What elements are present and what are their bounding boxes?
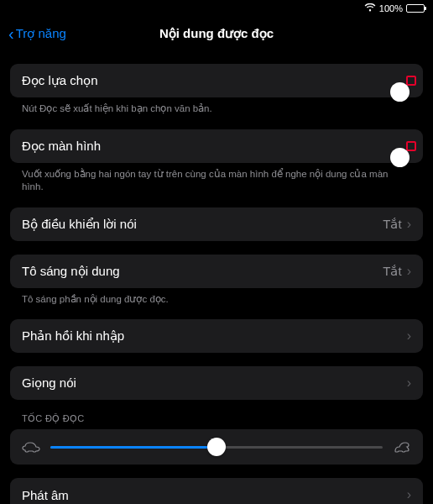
highlight-content-desc: Tô sáng phần nội dung được đọc. xyxy=(10,288,423,307)
speech-controller-value: Tắt xyxy=(383,217,401,232)
nav-bar: ‹ Trợ năng Nội dung được đọc xyxy=(0,17,433,50)
status-bar: 100% xyxy=(0,0,433,17)
speed-header: TỐC ĐỘ ĐỌC xyxy=(10,413,423,429)
speech-controller-label: Bộ điều khiển lời nói xyxy=(22,217,137,232)
chevron-right-icon: › xyxy=(407,217,411,232)
typing-feedback-row[interactable]: Phản hồi khi nhập › xyxy=(10,319,423,353)
tortoise-icon xyxy=(22,441,40,453)
speak-selection-desc: Nút Đọc sẽ xuất hiện khi bạn chọn văn bả… xyxy=(10,97,423,116)
speaking-rate-slider[interactable] xyxy=(50,446,383,449)
speak-screen-desc: Vuốt xuống bằng hai ngón tay từ trên cùn… xyxy=(10,163,423,194)
typing-feedback-label: Phản hồi khi nhập xyxy=(22,328,124,344)
pronunciation-row[interactable]: Phát âm › xyxy=(10,478,423,504)
highlight-content-label: Tô sáng nội dung xyxy=(22,264,120,279)
speak-selection-label: Đọc lựa chọn xyxy=(22,73,98,88)
highlight-box xyxy=(406,141,416,151)
pronunciation-label: Phát âm xyxy=(22,488,69,502)
chevron-right-icon: › xyxy=(407,375,411,391)
speaking-rate-slider-row xyxy=(10,429,423,465)
chevron-right-icon: › xyxy=(407,487,411,502)
voices-row[interactable]: Giọng nói › xyxy=(10,366,423,400)
battery-percent: 100% xyxy=(379,3,403,13)
battery-icon xyxy=(406,4,425,13)
back-button[interactable]: ‹ Trợ năng xyxy=(8,25,66,42)
highlight-box xyxy=(406,76,416,86)
highlight-content-row[interactable]: Tô sáng nội dung Tắt › xyxy=(10,255,423,288)
slider-thumb[interactable] xyxy=(207,438,226,456)
speak-screen-label: Đọc màn hình xyxy=(22,139,101,154)
speak-selection-row[interactable]: Đọc lựa chọn xyxy=(10,64,423,97)
wifi-icon xyxy=(364,3,376,13)
speech-controller-row[interactable]: Bộ điều khiển lời nói Tắt › xyxy=(10,207,423,241)
chevron-left-icon: ‹ xyxy=(8,25,14,42)
hare-icon xyxy=(393,441,411,453)
speak-screen-row[interactable]: Đọc màn hình xyxy=(10,129,423,163)
voices-label: Giọng nói xyxy=(22,375,76,391)
highlight-content-value: Tắt xyxy=(383,264,401,279)
back-label: Trợ năng xyxy=(16,26,66,41)
chevron-right-icon: › xyxy=(407,264,411,279)
chevron-right-icon: › xyxy=(407,328,411,344)
